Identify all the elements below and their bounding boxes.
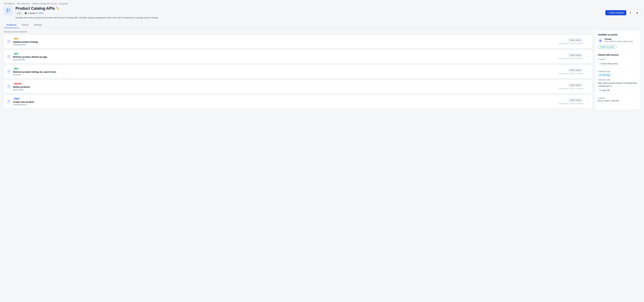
tab-settings[interactable]: Settings <box>31 22 44 28</box>
app-icon <box>4 6 13 15</box>
more-options-button[interactable]: ⋯ <box>585 39 590 44</box>
endpoint-grid-icon <box>6 99 11 104</box>
endpoint-status-area: Never active Created Dec 8, 2024 11:08 P… <box>554 98 583 104</box>
breadcrumb: API platform › API collections › Product… <box>4 3 640 5</box>
endpoint-path: /product/{id} <box>13 89 552 91</box>
visibility-row: Private Only visible to clients with acc… <box>598 38 638 43</box>
svg-rect-8 <box>8 56 9 56</box>
more-options-button[interactable]: ⋯ <box>585 99 590 104</box>
endpoint-card: DELETE Delete products /product/{id} Nev… <box>4 80 592 93</box>
endpoint-path: /products <box>13 74 552 76</box>
tab-clients[interactable]: Clients <box>19 22 31 28</box>
endpoint-name: Delete products <box>13 86 552 88</box>
created-time: Created Dec 8, 2024 11:08 PM <box>558 103 583 104</box>
tabs: Endpoints Clients Settings <box>4 22 640 28</box>
endpoint-path: /products/filter <box>13 59 552 61</box>
breadcrumb-endpoints: Endpoints <box>59 3 68 5</box>
showing-label: Showing 5 proxy endpoints <box>4 31 592 33</box>
endpoint-name: Update product listings <box>13 41 552 43</box>
breadcrumb-api-collections[interactable]: API collections <box>17 3 30 5</box>
meta-row: 1.0.0 🎓 Available in APIM <box>16 12 603 15</box>
endpoint-grid-icon <box>6 69 11 74</box>
svg-rect-1 <box>8 9 10 11</box>
new-endpoint-button[interactable]: + New endpoint <box>605 10 626 15</box>
status-badge: Never active <box>568 98 583 102</box>
more-options-button[interactable]: ⋯ <box>585 69 590 74</box>
svg-rect-10 <box>8 57 9 57</box>
status-badge: Never active <box>568 53 583 57</box>
version-badge: 1.0.0 <box>16 12 23 15</box>
clients-count: 0 clients <box>598 58 638 61</box>
endpoint-grid-icon <box>6 54 11 59</box>
svg-rect-3 <box>8 11 10 13</box>
endpoint-status-area: Never active Created Dec 8, 2024 11:08 P… <box>554 68 583 75</box>
method-badge: POST <box>13 97 20 100</box>
copy-url-label: Copy URL <box>601 89 610 91</box>
endpoint-name: Retrieve product listings by search term <box>13 71 552 73</box>
more-options-button[interactable]: ⋯ <box>585 54 590 59</box>
endpoint-path: /create/products <box>13 104 552 106</box>
clients-title: Clients with access <box>598 54 638 56</box>
created-section: Created Dec 8, 2024 11:08 PM <box>598 97 638 102</box>
visibility-info: Private Only visible to clients with acc… <box>604 38 633 43</box>
endpoint-info: GET Retrieve product listings by search … <box>13 67 552 76</box>
svg-rect-19 <box>9 87 10 87</box>
availability-badge: 🎓 Available in APIM <box>24 12 44 15</box>
svg-rect-6 <box>8 42 9 42</box>
visibility-title: Visibility on portal <box>598 33 638 36</box>
tab-endpoints[interactable]: Endpoints <box>4 22 19 28</box>
breadcrumb-sep-2: › <box>31 3 32 5</box>
endpoint-card: POST Create new product /create/products… <box>4 95 592 108</box>
collection-type-label: Collection type <box>598 70 638 73</box>
collection-type-section: Collection type API proxy <box>598 70 638 77</box>
created-label: Created <box>598 97 638 99</box>
lock-icon <box>598 38 603 43</box>
svg-rect-0 <box>6 9 8 11</box>
svg-rect-16 <box>8 85 9 86</box>
apim-link[interactable]: APIM <box>39 12 44 14</box>
copy-url-button[interactable]: ⎘ Copy URL <box>598 88 612 92</box>
breadcrumb-sep-3: › <box>58 3 58 5</box>
svg-rect-23 <box>9 102 10 102</box>
more-options-button[interactable]: ⋯ <box>585 84 590 89</box>
endpoint-card: PUT Update product listings /update/prod… <box>4 35 592 48</box>
collection-url-value: Https://apim.preview.workato.com/idea/pr… <box>598 82 638 87</box>
copy-icon: ⎘ <box>600 89 601 91</box>
svg-rect-4 <box>8 41 9 41</box>
endpoint-card: GET Retrieve product listings by search … <box>4 65 592 78</box>
svg-rect-13 <box>9 71 10 71</box>
endpoint-info: PUT Update product listings /update/prod… <box>13 37 552 46</box>
divider-1 <box>598 51 638 51</box>
status-badge: Never active <box>568 38 583 42</box>
top-actions: + New endpoint ⬇ 🗑 <box>605 10 640 15</box>
svg-rect-22 <box>8 102 9 102</box>
title-row: Product Catalog APIs ✏️ <box>16 6 603 11</box>
method-badge: DELETE <box>13 82 22 85</box>
sidebar-panel: Visibility on portal Private Only visibl… <box>595 31 640 110</box>
breadcrumb-api-platform[interactable]: API platform <box>4 3 14 5</box>
proxy-dot <box>600 74 601 76</box>
description: Manage and retrieve product information … <box>16 16 603 19</box>
collection-url-label: Collection URL <box>598 79 638 81</box>
created-time: Created Dec 8, 2024 11:08 PM <box>558 88 583 90</box>
delete-button[interactable]: 🗑 <box>634 10 640 15</box>
breadcrumb-product-catalog[interactable]: Product Catalog APIs [1.0.0] <box>32 3 57 5</box>
endpoint-status-area: Never active Created Dec 8, 2024 11:08 P… <box>554 83 583 90</box>
svg-rect-20 <box>8 100 9 101</box>
created-time: Created Dec 8, 2024 11:08 PM <box>558 58 583 60</box>
svg-rect-5 <box>9 41 10 41</box>
page-header: Product Catalog APIs ✏️ 1.0.0 🎓 Availabl… <box>4 6 640 19</box>
svg-rect-7 <box>9 42 10 42</box>
download-button[interactable]: ⬇ <box>628 10 633 15</box>
svg-rect-12 <box>8 71 9 71</box>
svg-rect-21 <box>9 100 10 101</box>
publish-to-portal-button[interactable]: Publish to portal <box>598 45 616 49</box>
endpoint-info: POST Create new product /create/products <box>13 97 552 106</box>
grant-client-access-button[interactable]: + Grant client access <box>598 62 619 66</box>
endpoint-card: GET Retrieve product details by tags /pr… <box>4 50 592 63</box>
endpoint-grid-icon <box>6 39 11 44</box>
svg-point-25 <box>600 41 600 41</box>
endpoint-info: GET Retrieve product details by tags /pr… <box>13 52 552 61</box>
availability-text: Available in <box>28 12 38 14</box>
edit-icon[interactable]: ✏️ <box>56 7 59 10</box>
